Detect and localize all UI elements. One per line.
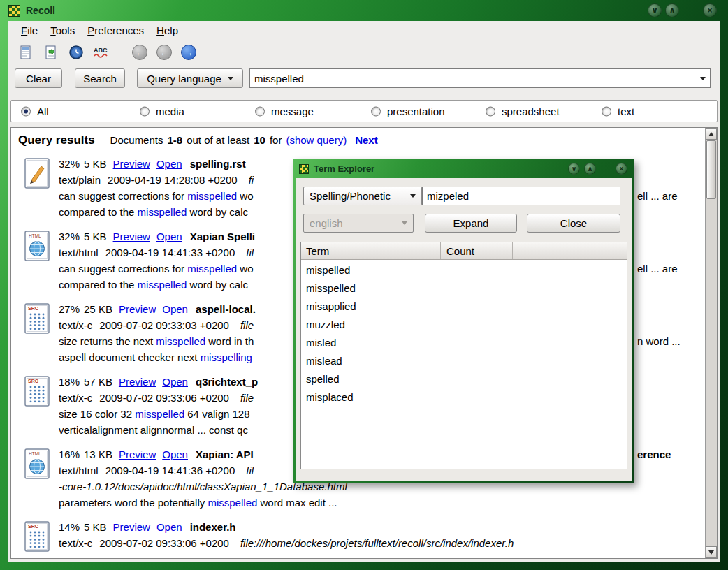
close-button-label: Close (560, 217, 587, 229)
file-path: fi (249, 174, 254, 186)
recoll-window: Recoll ∨ ∧ × FileToolsPreferencesHelp AB… (0, 0, 728, 570)
filter-bar: Allmediamessagepresentationspreadsheette… (10, 100, 718, 122)
next-page-icon[interactable]: → (181, 45, 196, 60)
term-row[interactable]: misled (301, 334, 627, 352)
term-row[interactable]: spelled (301, 370, 627, 388)
term-row[interactable]: misplaced (301, 388, 627, 407)
show-query-link[interactable]: (show query) (286, 134, 347, 146)
query-combo-arrow-icon[interactable] (700, 77, 706, 80)
open-link[interactable]: Open (156, 521, 182, 533)
chevron-down-icon (402, 221, 407, 225)
scroll-down-icon[interactable] (706, 546, 717, 558)
history-clock-icon[interactable] (66, 43, 85, 62)
dialog-shade-icon[interactable]: ∨ (568, 163, 580, 175)
term-row[interactable]: misapplied (301, 298, 627, 316)
preview-link[interactable]: Preview (119, 448, 156, 460)
count-cell (441, 261, 513, 279)
count-column-header[interactable]: Count (441, 242, 513, 259)
filter-all[interactable]: All (21, 105, 49, 117)
open-link[interactable]: Open (162, 448, 188, 460)
term-cell: mislead (301, 352, 441, 370)
chevron-down-icon (228, 77, 233, 80)
file-path: file (240, 392, 254, 404)
dialog-unshade-icon[interactable]: ∧ (584, 163, 596, 175)
save-document-icon[interactable] (41, 43, 60, 62)
doc-date: 2009-07-02 09:33:06 +0200 (99, 537, 229, 549)
clear-button[interactable]: Clear (15, 68, 62, 88)
scrollbar-thumb[interactable] (706, 140, 716, 199)
open-link[interactable]: Open (156, 158, 182, 170)
svg-text:SRC: SRC (28, 306, 38, 311)
close-window-icon[interactable]: × (703, 3, 717, 17)
preview-link[interactable]: Preview (113, 521, 150, 533)
open-link[interactable]: Open (156, 231, 182, 242)
count-cell (441, 370, 513, 388)
menu-item-preferences[interactable]: Preferences (81, 22, 150, 39)
filter-presentation[interactable]: presentation (371, 105, 445, 117)
language-value: english (310, 217, 343, 229)
results-scrollbar[interactable] (705, 128, 717, 558)
preview-link[interactable]: Preview (119, 303, 156, 315)
dialog-close-icon[interactable]: × (616, 163, 627, 175)
expansion-mode-value: Spelling/Phonetic (310, 190, 391, 202)
filter-text[interactable]: text (602, 105, 634, 117)
docs-label: Documents (110, 134, 163, 146)
window-titlebar[interactable]: Recoll ∨ ∧ × (0, 0, 728, 21)
result-title-fragment: erence (637, 446, 671, 462)
expand-button[interactable]: Expand (425, 214, 517, 233)
search-button[interactable]: Search (75, 68, 125, 88)
mime-type: text/html (59, 465, 99, 476)
preview-link[interactable]: Preview (119, 376, 156, 388)
open-link[interactable]: Open (162, 376, 188, 388)
html-icon: HTML (24, 230, 50, 262)
clear-document-icon[interactable] (16, 43, 35, 62)
first-page-icon[interactable]: ← (132, 45, 147, 60)
filter-label: All (37, 105, 49, 117)
term-search-input[interactable] (427, 190, 616, 202)
menu-item-tools[interactable]: Tools (44, 22, 81, 39)
filter-spreadsheet[interactable]: spreadsheet (486, 105, 560, 117)
expansion-mode-combo[interactable]: Spelling/Phonetic (303, 187, 422, 205)
radio-icon (21, 106, 31, 116)
file-size: 5 KB (84, 158, 107, 170)
term-search-field[interactable] (422, 187, 620, 205)
filter-media[interactable]: media (140, 105, 184, 117)
recoll-logo-icon (8, 5, 20, 17)
snippet-fragment: ell ... are (637, 261, 678, 277)
chevron-down-icon (410, 194, 416, 198)
filter-label: presentation (387, 105, 445, 117)
term-cell: misplaced (301, 388, 441, 407)
language-combo[interactable]: english (303, 214, 414, 233)
radio-icon (602, 106, 611, 116)
filter-message[interactable]: message (255, 105, 314, 117)
search-button-label: Search (83, 73, 117, 85)
term-row[interactable]: muzzled (301, 316, 627, 334)
prev-page-icon[interactable]: ← (156, 45, 172, 60)
term-row[interactable]: mislead (301, 352, 627, 370)
preview-link[interactable]: Preview (113, 158, 150, 170)
result-title: Xapian Spelli (190, 231, 255, 242)
shade-window-icon[interactable]: ∨ (648, 3, 662, 17)
close-button[interactable]: Close (527, 214, 620, 233)
menu-item-help[interactable]: Help (150, 22, 184, 39)
scroll-up-icon[interactable] (706, 128, 717, 140)
query-language-combo[interactable]: Query language (137, 68, 243, 88)
next-page-link[interactable]: Next (355, 134, 378, 146)
term-table-header[interactable]: Term Count (301, 242, 627, 260)
file-size: 57 KB (84, 376, 112, 388)
text-plain-icon (24, 157, 50, 189)
spellcheck-abc-icon[interactable]: ABC (92, 43, 110, 62)
term-column-header[interactable]: Term (301, 242, 441, 259)
unshade-window-icon[interactable]: ∧ (665, 3, 679, 17)
query-input[interactable] (254, 73, 694, 85)
open-link[interactable]: Open (162, 303, 188, 315)
dialog-titlebar[interactable]: Term Explorer ∨ ∧ × (293, 159, 634, 178)
of-label: out of at least (187, 134, 249, 146)
term-row[interactable]: mispelled (301, 261, 627, 279)
menu-item-file[interactable]: File (15, 22, 44, 39)
radio-icon (255, 106, 265, 116)
preview-link[interactable]: Preview (113, 231, 150, 242)
result-title: aspell-local. (196, 303, 256, 315)
query-field[interactable] (249, 68, 711, 88)
term-row[interactable]: misspelled (301, 279, 627, 298)
